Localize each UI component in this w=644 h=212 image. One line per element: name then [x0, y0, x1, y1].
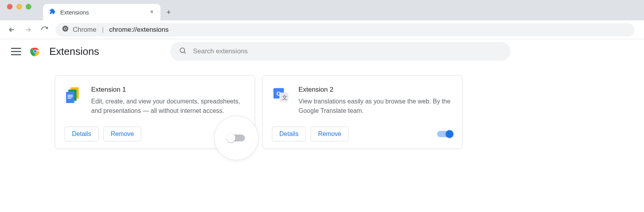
address-bar[interactable]: Chrome | chrome://extensions — [56, 23, 635, 36]
details-button[interactable]: Details — [272, 127, 306, 141]
url-prefix-text: chrome:// — [109, 26, 137, 33]
translate-icon: G 文 — [272, 86, 290, 104]
search-box[interactable] — [170, 42, 511, 61]
window-controls — [7, 0, 43, 20]
extensions-header: Extensions — [0, 39, 644, 63]
svg-rect-9 — [66, 92, 74, 103]
browser-toolbar: Chrome | chrome://extensions — [0, 20, 644, 39]
extension-name: Extension 1 — [91, 86, 245, 94]
docs-suite-icon — [65, 86, 83, 104]
window-zoom-button[interactable] — [26, 4, 31, 9]
window-minimize-button[interactable] — [16, 4, 22, 9]
url-separator: | — [100, 26, 105, 34]
svg-point-2 — [65, 28, 67, 30]
svg-text:文: 文 — [282, 94, 288, 101]
reload-button[interactable] — [39, 24, 50, 35]
browser-tab[interactable]: Extensions — [43, 4, 160, 20]
svg-point-6 — [180, 48, 185, 53]
extension-card: G 文 Extension 2 View translations easily… — [262, 75, 462, 149]
new-tab-button[interactable] — [160, 4, 177, 20]
window-tab-strip: Extensions — [0, 0, 644, 20]
svg-rect-12 — [68, 98, 72, 99]
chrome-logo-icon — [30, 46, 41, 57]
tab-title: Extensions — [60, 9, 145, 16]
menu-button[interactable] — [11, 46, 21, 56]
back-button[interactable] — [6, 24, 17, 35]
extension-name: Extension 2 — [299, 86, 453, 94]
page-title: Extensions — [49, 45, 99, 58]
tab-close-button[interactable] — [149, 9, 154, 16]
url-scheme-label: Chrome — [73, 26, 96, 34]
svg-rect-10 — [68, 95, 73, 96]
url-path-text: extensions — [137, 26, 169, 33]
extension-description: Edit, create, and view your documents, s… — [91, 97, 245, 116]
remove-button[interactable]: Remove — [311, 127, 349, 141]
extension-card: Extension 1 Edit, create, and view your … — [55, 75, 255, 149]
puzzle-piece-icon — [49, 8, 56, 16]
extension-description: View translations easily as you browse t… — [299, 97, 453, 116]
remove-button[interactable]: Remove — [103, 127, 142, 141]
window-close-button[interactable] — [7, 4, 13, 9]
chrome-badge-icon — [62, 25, 69, 34]
svg-rect-11 — [68, 96, 73, 97]
enable-toggle[interactable] — [437, 131, 453, 137]
enable-toggle[interactable] — [228, 134, 245, 141]
forward-button[interactable] — [23, 24, 34, 35]
search-input[interactable] — [193, 47, 502, 55]
extensions-grid: Extension 1 Edit, create, and view your … — [0, 63, 644, 149]
details-button[interactable]: Details — [65, 127, 99, 141]
search-icon — [179, 47, 187, 56]
url-text: chrome://extensions — [109, 26, 169, 34]
